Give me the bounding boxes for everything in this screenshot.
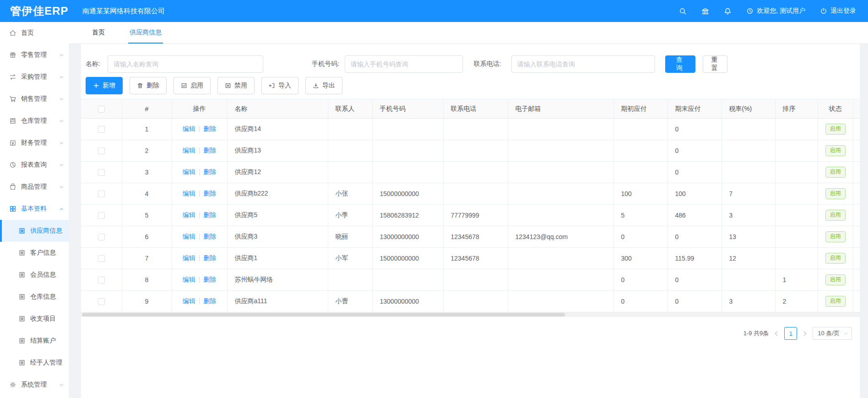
next-page-icon[interactable]	[802, 330, 808, 337]
sidebar-item-system[interactable]: 系统管理	[0, 374, 69, 396]
top-header: 管伊佳ERP 南通某某网络科技有限公司 欢迎您, 测试用户 退出登录	[0, 0, 868, 22]
row-checkbox[interactable]	[98, 191, 105, 197]
enable-button[interactable]: 启用	[174, 77, 211, 94]
scrollbar-gutter-cell	[853, 226, 860, 248]
sidebar-item-list[interactable]: 结算账户	[0, 330, 69, 352]
edit-link[interactable]: 编辑	[183, 254, 195, 262]
sidebar-item-list[interactable]: 经手人管理	[0, 352, 69, 374]
sidebar-item-list[interactable]: 仓库信息	[0, 286, 69, 308]
row-select-cell	[81, 205, 122, 226]
tab-home[interactable]: 首页	[91, 22, 106, 44]
edit-link[interactable]: 编辑	[183, 233, 195, 240]
cell-status: 启用	[818, 248, 853, 269]
delete-link[interactable]: 删除	[203, 125, 216, 132]
select-all-checkbox[interactable]	[98, 106, 105, 113]
page-number[interactable]: 1	[784, 327, 797, 340]
sidebar-item-sales[interactable]: 销售管理	[0, 88, 69, 110]
row-checkbox[interactable]	[98, 169, 105, 176]
edit-link[interactable]: 编辑	[183, 147, 195, 154]
row-checkbox[interactable]	[98, 277, 105, 284]
sidebar-item-list[interactable]: 客户信息	[0, 242, 69, 264]
phone-input[interactable]	[345, 55, 463, 73]
delete-link[interactable]: 删除	[203, 233, 216, 240]
sidebar-item-warehouse[interactable]: 仓库管理	[0, 110, 69, 132]
cell-mobile: 13000000000	[372, 291, 443, 312]
name-input[interactable]	[108, 55, 263, 73]
link-separator: |	[199, 254, 201, 262]
sidebar-item-finance[interactable]: 财务管理	[0, 132, 69, 154]
sidebar-item-goods[interactable]: 商品管理	[0, 176, 69, 198]
scrollbar-thumb[interactable]	[82, 313, 565, 316]
sidebar-item-list[interactable]: 收支项目	[0, 308, 69, 330]
sidebar-item-report[interactable]: 报表查询	[0, 154, 69, 176]
logout-button[interactable]: 退出登录	[820, 7, 856, 15]
delete-link[interactable]: 删除	[203, 254, 216, 262]
delete-link[interactable]: 删除	[203, 168, 216, 175]
row-select-cell	[81, 119, 122, 140]
tab-supplier-info[interactable]: 供应商信息	[128, 22, 163, 44]
row-checkbox[interactable]	[98, 212, 105, 219]
cell-contact: 晓丽	[328, 226, 372, 248]
tel-label: 联系电话:	[474, 60, 501, 68]
cell-closing-payable: 486	[667, 205, 722, 226]
logout-text: 退出登录	[830, 7, 856, 15]
row-checkbox[interactable]	[98, 234, 105, 240]
list-icon	[18, 271, 26, 278]
add-button[interactable]: 新增	[86, 77, 123, 94]
row-number: 1	[122, 119, 172, 140]
reset-button[interactable]: 重置	[703, 55, 727, 73]
edit-link[interactable]: 编辑	[183, 168, 195, 175]
edit-link[interactable]: 编辑	[183, 190, 195, 197]
cell-sort	[775, 162, 818, 183]
edit-link[interactable]: 编辑	[183, 276, 195, 283]
delete-link[interactable]: 删除	[203, 211, 216, 218]
sidebar-item-list[interactable]: 供应商信息	[0, 220, 69, 242]
row-checkbox[interactable]	[98, 298, 105, 305]
cell-tel: 12345678	[443, 226, 508, 248]
cell-sort	[775, 119, 818, 140]
cell-tel: 12345678	[443, 248, 508, 269]
sidebar-item-home[interactable]: 首页	[0, 22, 69, 44]
cell-sort	[775, 248, 818, 269]
page-size-select[interactable]: 10 条/页	[813, 327, 852, 340]
delete-link[interactable]: 删除	[203, 276, 216, 283]
col-contact: 联系人	[328, 99, 372, 119]
row-number: 2	[122, 140, 172, 162]
delete-button[interactable]: 删除	[130, 77, 167, 94]
export-button[interactable]: 导出	[305, 77, 342, 94]
sidebar-item-basic[interactable]: 基本资料	[0, 198, 69, 220]
cell-email	[508, 248, 613, 269]
bank-icon[interactable]	[701, 7, 709, 15]
cell-email	[508, 162, 613, 183]
prev-page-icon[interactable]	[773, 330, 780, 337]
sidebar-item-label: 收支项目	[30, 315, 56, 323]
delete-link[interactable]: 删除	[203, 147, 216, 154]
query-button[interactable]: 查询	[665, 55, 695, 73]
tel-input[interactable]	[511, 55, 655, 73]
edit-link[interactable]: 编辑	[183, 297, 195, 305]
row-actions: 编辑|删除	[172, 248, 227, 269]
edit-link[interactable]: 编辑	[183, 211, 195, 218]
delete-link[interactable]: 删除	[203, 190, 216, 197]
row-checkbox[interactable]	[98, 255, 105, 262]
bell-icon[interactable]	[724, 7, 732, 15]
cell-mobile	[372, 119, 443, 140]
horizontal-scrollbar[interactable]	[81, 312, 860, 317]
cell-tax-rate: 3	[722, 205, 775, 226]
edit-link[interactable]: 编辑	[183, 125, 195, 132]
disable-button[interactable]: 禁用	[217, 77, 255, 94]
cell-closing-payable: 115.99	[667, 248, 722, 269]
sidebar-item-purchase[interactable]: 采购管理	[0, 66, 69, 88]
row-checkbox[interactable]	[98, 147, 105, 154]
row-checkbox[interactable]	[98, 126, 105, 133]
link-separator: |	[199, 168, 201, 175]
sidebar-item-retail[interactable]: 零售管理	[0, 44, 69, 66]
basic-icon	[9, 205, 16, 213]
check-square-icon	[181, 82, 187, 89]
search-icon[interactable]	[679, 7, 687, 15]
sidebar-item-list[interactable]: 会员信息	[0, 264, 69, 286]
welcome-user[interactable]: 欢迎您, 测试用户	[746, 7, 805, 15]
import-button[interactable]: 导入	[261, 77, 298, 94]
table-row: 8 编辑|删除 苏州蜗牛网络 0 0 1 启用	[81, 269, 860, 291]
delete-link[interactable]: 删除	[203, 297, 216, 305]
